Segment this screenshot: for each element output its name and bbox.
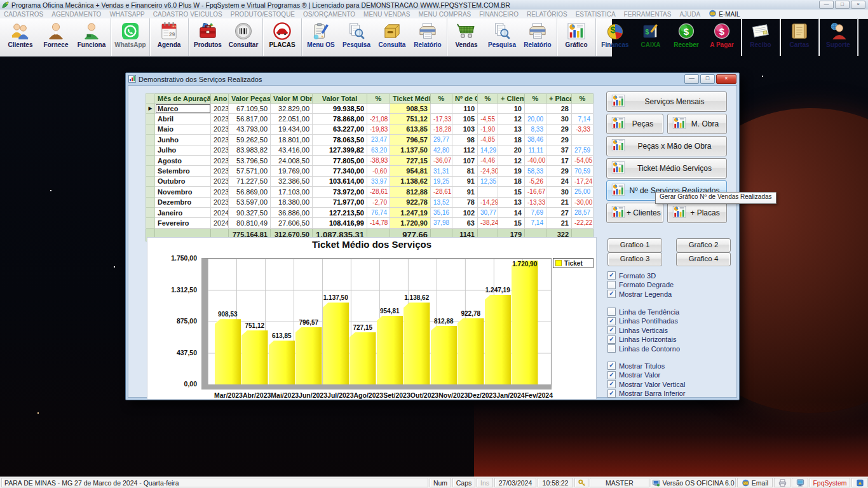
checkbox-box[interactable] [607,344,616,353]
checkbox-box[interactable]: ✓ [607,271,616,280]
checkbox-mostrar-valor-vertical[interactable]: ✓Mostrar Valor Vertical [607,380,685,388]
checkbox-box[interactable] [607,281,616,289]
col-header-valor-total[interactable]: Valor Total [313,94,367,104]
row-selector[interactable] [146,218,155,228]
menu-item-email[interactable]: E-MAIL [709,10,740,18]
checkbox-linhas-de-contorno[interactable]: Linhas de Contorno [607,344,680,353]
chart-button-m-obra[interactable]: M. Obra [667,114,727,134]
menu-item-agendamento[interactable]: AGENDAMENTO [51,11,101,18]
chart-button-pecas[interactable]: Peças [606,114,663,134]
col-header-ticket-medio[interactable]: Ticket Médio [390,94,431,104]
col-header-item[interactable]: % [572,94,593,104]
row-selector[interactable] [146,155,155,165]
table-row[interactable]: Novembro202356.869,0017.103,0073.972,00-… [146,187,593,197]
menu-item-produto-estoque[interactable]: PRODUTO/ESTOQUE [231,11,295,18]
table-row[interactable]: Setembro202357.571,0019.769,0077.340,00-… [146,166,593,176]
toolbar-button-placas[interactable]: PLACAS [264,20,300,48]
checkbox-mostrar-barra-inferior[interactable]: ✓Mostrar Barra Inferior [607,390,686,398]
col-header-n-de-os[interactable]: Nº de OS [452,94,478,104]
table-row[interactable]: Abril202356.817,0022.051,0078.868,00-21,… [146,114,593,124]
col-header-item[interactable]: % [431,94,452,104]
menu-item-whatsapp[interactable]: WHATSAPP [109,11,144,18]
toolbar-button-financas[interactable]: $Financas [597,20,633,48]
app-close-button[interactable]: × [851,1,865,9]
checkbox-formato-degrade[interactable]: Formato Degrade [607,281,674,289]
chart-button-servicos-mensais[interactable]: Serviços Mensais [606,92,727,112]
col-header-clientes[interactable]: + Clientes [498,94,525,104]
button-grafico-1[interactable]: Grafico 1 [607,238,662,252]
checkbox-mostrar-legenda[interactable]: ✓Mostrar Legenda [607,290,672,298]
button-grafico-4[interactable]: Grafico 4 [676,252,731,266]
toolbar-button-recibo[interactable]: Recibo [743,20,778,48]
toolbar-button-suporte[interactable]: Suporte [820,20,856,48]
col-header-valor-m-obra[interactable]: Valor M Obra [271,94,313,104]
checkbox-box[interactable]: ✓ [607,390,616,398]
col-header-item[interactable]: % [478,94,498,104]
toolbar-button-fornece[interactable]: Fornece [38,20,74,48]
menu-item-menu-vendas[interactable]: MENU VENDAS [363,11,410,18]
row-selector[interactable] [146,207,155,217]
row-selector[interactable] [146,145,155,155]
row-selector[interactable] [146,135,155,145]
row-selector[interactable] [146,124,155,134]
chart-button-clientes[interactable]: + Clientes [606,203,663,223]
row-selector[interactable] [146,114,155,124]
toolbar-button-receber[interactable]: $Receber [668,20,704,48]
app-restore-button[interactable]: □ [835,1,850,9]
button-grafico-3[interactable]: Grafico 3 [607,252,662,266]
col-header-placas[interactable]: + Placas [546,94,572,104]
row-selector[interactable]: ▶ [146,104,155,114]
col-header-item[interactable]: % [525,94,546,104]
checkbox-box[interactable]: ✓ [607,317,616,325]
menu-item-cadastros[interactable]: CADASTROS [4,11,43,18]
menu-item-estatistica[interactable]: ESTATISTICA [576,11,616,18]
dialog-titlebar[interactable]: Demonstrativo dos Serviços Realizados — … [126,73,739,85]
toolbar-button-funciona[interactable]: Funciona [74,20,109,48]
row-selector[interactable] [146,187,155,197]
checkbox-box[interactable]: ✓ [607,290,616,298]
col-header-item[interactable]: % [367,94,390,104]
toolbar-button-relatorio[interactable]: Relatório [520,20,555,48]
row-selector[interactable] [146,166,155,176]
toolbar-button-cartas[interactable]: Cartas [782,20,817,48]
menu-item-ajuda[interactable]: AJUDA [679,11,700,18]
checkbox-mostrar-valor[interactable]: ✓Mostrar Valor [607,371,660,379]
chart-button-placas[interactable]: + Placas [667,203,727,223]
menu-item-menu-compras[interactable]: MENU COMPRAS [418,11,471,18]
button-grafico-2[interactable]: Grafico 2 [676,238,731,252]
table-row[interactable]: ▶Marco202367.109,5032.829,0099.938,50908… [146,104,593,114]
dialog-close-button[interactable]: × [716,74,736,84]
table-row[interactable]: Junho202359.262,5018.801,0078.063,5023,4… [146,135,593,145]
checkbox-linha-de-tendencia[interactable]: Linha de Tendência [607,308,679,316]
table-row[interactable]: Fevereiro202480.810,4927.606,50108.416,9… [146,218,593,228]
chart-button-ticket-medio-servicos[interactable]: Ticket Médio Serviços [606,158,727,179]
checkbox-box[interactable]: ✓ [607,362,616,370]
toolbar-button-a-pagar[interactable]: $A Pagar [704,20,740,48]
toolbar-button-menu-os[interactable]: Menu OS [303,20,339,48]
checkbox-formato-3d[interactable]: ✓Formato 3D [607,271,656,280]
table-row[interactable]: Janeiro202490.327,5036.886,00127.213,507… [146,207,593,217]
toolbar-button-clientes[interactable]: Clientes [3,20,38,48]
table-row[interactable]: Outubro202371.227,5032.386,50103.614,003… [146,176,593,186]
checkbox-mostrar-titulos[interactable]: ✓Mostrar Titulos [607,362,665,370]
toolbar-button-caixa[interactable]: $CAIXA [633,20,668,48]
chart-button-pecas-x-mao-de-obra[interactable]: Peças x Mão de Obra [606,136,727,156]
toolbar-button-grafico[interactable]: Gráfico [559,20,594,48]
checkbox-linhas-verticais[interactable]: ✓Linhas Verticais [607,326,668,334]
toolbar-button-agenda[interactable]: JAN29Agenda [151,20,187,48]
checkbox-box[interactable]: ✓ [607,371,616,379]
dialog-minimize-button[interactable]: — [684,74,699,84]
table-row[interactable]: Agosto202353.796,5024.008,5077.805,00-38… [146,155,593,165]
dialog-maximize-button[interactable]: □ [700,74,715,84]
table-row[interactable]: Julho202383.983,8243.416,00127.399,8263,… [146,145,593,155]
toolbar-button-consulta[interactable]: Consulta [374,20,410,48]
checkbox-box[interactable]: ✓ [607,380,616,388]
col-header-mes-de-apuracao[interactable]: Mês de Apuração [155,94,211,104]
toolbar-button-exit[interactable]: EXIT [859,20,868,41]
menu-item-os-orcamento[interactable]: OS/ORÇAMENTO [303,11,355,18]
row-selector[interactable] [146,176,155,186]
checkbox-linhas-pontilhadas[interactable]: ✓Linhas Pontilhadas [607,317,678,325]
toolbar-button-pesquisa[interactable]: Pesquisa [339,20,374,48]
col-header-valor-pecas[interactable]: Valor Peças [229,94,271,104]
toolbar-button-produtos[interactable]: Produtos [190,20,226,48]
